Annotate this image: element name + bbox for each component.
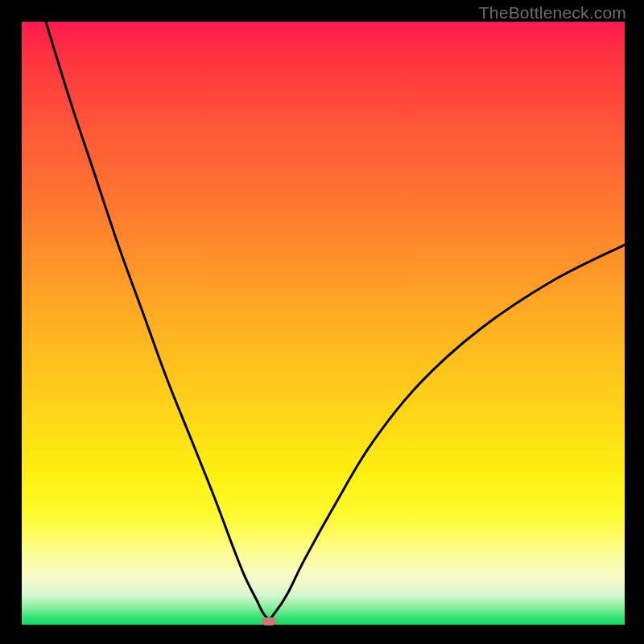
plot-area — [22, 22, 625, 625]
watermark-text: TheBottleneck.com — [479, 3, 626, 23]
chart-frame: TheBottleneck.com — [0, 0, 644, 644]
bottleneck-curve — [22, 22, 625, 625]
minimum-marker — [262, 617, 276, 625]
